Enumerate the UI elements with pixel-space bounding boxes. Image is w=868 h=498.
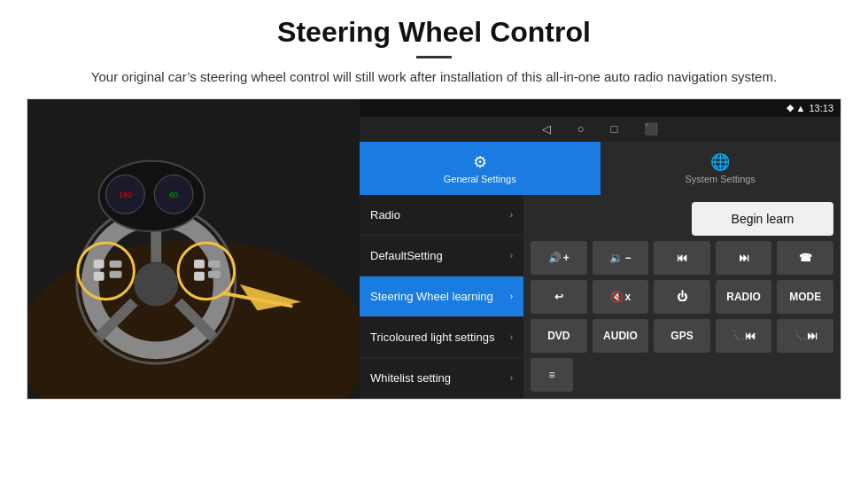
content-area: 160 60 ◆ ▲ 13:13 ◁ ○ □ ⬛ ⚙ Gener	[27, 98, 841, 400]
tab-general-settings[interactable]: ⚙ General Settings	[360, 142, 601, 195]
menu-item-default-setting[interactable]: DefaultSetting ›	[360, 236, 523, 276]
mute-button[interactable]: 🔇x	[593, 280, 649, 314]
radio-button[interactable]: RADIO	[716, 280, 772, 314]
android-screen: ◆ ▲ 13:13 ◁ ○ □ ⬛ ⚙ General Settings 🌐 S…	[360, 99, 841, 399]
left-menu: Radio › DefaultSetting › Steering Wheel …	[360, 195, 523, 399]
general-settings-icon: ⚙	[473, 152, 487, 172]
recent-nav-icon[interactable]: □	[611, 122, 618, 136]
location-icon: ◆	[787, 102, 794, 113]
vol-up-button[interactable]: 🔊+	[531, 241, 587, 275]
vol-up-icon: 🔊	[548, 252, 562, 264]
tab-system-settings[interactable]: 🌐 System Settings	[601, 142, 841, 195]
phone-next-button[interactable]: 📞⏭	[777, 319, 833, 353]
svg-rect-16	[208, 260, 221, 267]
vol-down-icon: 🔉	[609, 252, 623, 264]
chevron-icon-radio: ›	[510, 210, 513, 220]
svg-rect-10	[94, 259, 105, 268]
phone-answer-button[interactable]: ☎	[777, 241, 833, 275]
hang-up-button[interactable]: ↩	[531, 280, 587, 314]
tab-system-label: System Settings	[686, 174, 756, 184]
power-icon: ⏻	[677, 291, 687, 303]
home-nav-icon[interactable]: ○	[577, 122, 585, 136]
chevron-icon-default: ›	[510, 251, 513, 261]
phone-icon: ☎	[799, 252, 812, 264]
gps-label: GPS	[670, 330, 693, 342]
menu-whitelist-label: Whitelist setting	[370, 371, 451, 385]
subtitle-text: Your original car’s steering wheel contr…	[53, 67, 815, 88]
phone-prev-button[interactable]: 📞⏮	[716, 319, 772, 353]
hang-up-icon: ↩	[554, 291, 563, 303]
button-row-3: DVD AUDIO GPS 📞⏮ 📞⏭	[531, 319, 833, 353]
chevron-icon-steering: ›	[510, 292, 513, 301]
bottom-icon-row: ≡	[531, 358, 833, 392]
button-row-1: 🔊+ 🔉− ⏮ ⏭ ☎	[531, 241, 833, 275]
back-nav-icon[interactable]: ◁	[542, 122, 551, 136]
phone-next-icon: 📞⏭	[794, 330, 818, 342]
begin-learn-button[interactable]: Begin learn	[692, 202, 833, 236]
tab-general-label: General Settings	[444, 174, 516, 184]
list-icon: ≡	[548, 369, 554, 381]
power-button[interactable]: ⏻	[654, 280, 710, 314]
gps-button[interactable]: GPS	[654, 319, 710, 353]
menu-steering-label: Steering Wheel learning	[370, 290, 493, 303]
begin-learn-row: Begin learn	[531, 202, 833, 236]
menu-item-steering-wheel[interactable]: Steering Wheel learning ›	[360, 276, 523, 317]
menu-tricoloured-label: Tricoloured light settings	[370, 331, 494, 344]
status-bar: ◆ ▲ 13:13	[360, 99, 841, 117]
svg-rect-11	[94, 271, 105, 280]
next-track-icon: ⏭	[739, 252, 749, 264]
svg-rect-12	[110, 260, 122, 267]
nav-bar: ◁ ○ □ ⬛	[360, 117, 841, 142]
status-icons: ◆ ▲	[787, 102, 806, 113]
header-section: Steering Wheel Control Your original car…	[0, 0, 868, 98]
menu-default-label: DefaultSetting	[370, 249, 443, 262]
page-title: Steering Wheel Control	[53, 16, 815, 49]
wifi-icon: ▲	[796, 103, 806, 113]
list-icon-button[interactable]: ≡	[531, 358, 573, 392]
mode-button[interactable]: MODE	[777, 280, 833, 314]
dvd-button[interactable]: DVD	[531, 319, 587, 353]
prev-track-icon: ⏮	[677, 252, 687, 264]
svg-rect-17	[208, 270, 221, 277]
svg-rect-13	[110, 270, 122, 277]
phone-prev-icon: 📞⏮	[732, 330, 756, 342]
screenshot-nav-icon[interactable]: ⬛	[644, 122, 658, 136]
svg-point-4	[134, 261, 178, 306]
radio-label: RADIO	[726, 291, 761, 303]
next-track-button[interactable]: ⏭	[716, 241, 772, 275]
mute-icon: 🔇	[610, 291, 624, 303]
dvd-label: DVD	[547, 330, 570, 342]
audio-button[interactable]: AUDIO	[593, 319, 649, 353]
svg-rect-14	[194, 259, 205, 268]
tab-bar: ⚙ General Settings 🌐 System Settings	[360, 142, 841, 195]
audio-label: AUDIO	[603, 330, 638, 342]
clock: 13:13	[809, 103, 833, 113]
right-panel: Begin learn 🔊+ 🔉− ⏮ ⏭	[523, 195, 841, 399]
car-image-section: 160 60	[27, 99, 360, 399]
chevron-icon-tricoloured: ›	[510, 332, 513, 342]
menu-item-tricoloured[interactable]: Tricoloured light settings ›	[360, 317, 523, 358]
menu-radio-label: Radio	[370, 208, 400, 222]
system-settings-icon: 🌐	[710, 152, 730, 172]
prev-track-button[interactable]: ⏮	[654, 241, 710, 275]
menu-item-whitelist[interactable]: Whitelist setting ›	[360, 358, 523, 399]
menu-item-radio[interactable]: Radio ›	[360, 195, 523, 236]
main-panel: Radio › DefaultSetting › Steering Wheel …	[360, 195, 841, 399]
mode-label: MODE	[789, 291, 821, 303]
title-divider	[416, 56, 452, 58]
vol-down-button[interactable]: 🔉−	[593, 241, 649, 275]
button-row-2: ↩ 🔇x ⏻ RADIO MODE	[531, 280, 833, 314]
svg-rect-15	[194, 271, 205, 280]
chevron-icon-whitelist: ›	[510, 373, 513, 383]
svg-text:60: 60	[169, 191, 178, 199]
svg-text:160: 160	[119, 191, 132, 199]
